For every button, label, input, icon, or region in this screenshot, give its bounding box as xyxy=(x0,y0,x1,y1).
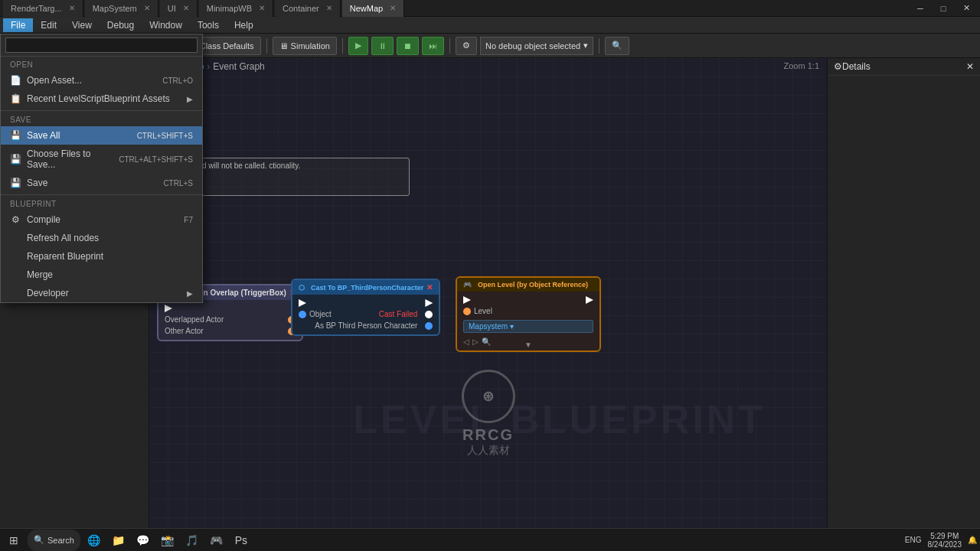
file-menu-search-container xyxy=(1,34,202,57)
fm-open-asset-label: Open Asset... xyxy=(27,75,82,86)
fm-save-all-icon: 💾 xyxy=(10,130,21,141)
fm-choose-files[interactable]: 💾 Choose Files to Save... CTRL+ALT+SHIFT… xyxy=(1,145,202,174)
fm-section-open: OPEN xyxy=(1,58,202,71)
fm-reparent[interactable]: Reparent Blueprint xyxy=(1,247,202,266)
fm-save[interactable]: 💾 Save CTRL+S xyxy=(1,174,202,192)
fm-open-asset[interactable]: 📄 Open Asset... CTRL+O xyxy=(1,71,202,90)
fm-save-label: Save xyxy=(27,178,47,188)
fm-compile-icon: ⚙ xyxy=(10,214,21,225)
fm-divider-2 xyxy=(1,194,202,195)
fm-merge-label: Merge xyxy=(27,269,53,280)
fm-refresh-label: Refresh All nodes xyxy=(27,233,99,243)
fm-save-all-label: Save All xyxy=(27,130,60,141)
fm-compile-label: Compile xyxy=(27,214,60,225)
fm-recent-icon: 📋 xyxy=(10,93,21,104)
fm-section-blueprint: BLUEPRINT xyxy=(1,197,202,210)
fm-choose-files-shortcut: CTRL+ALT+SHIFT+S xyxy=(119,155,193,164)
fm-merge[interactable]: Merge xyxy=(1,266,202,284)
file-menu-search[interactable] xyxy=(5,37,198,53)
fm-developer[interactable]: Developer ▶ xyxy=(1,284,202,302)
fm-divider-1 xyxy=(1,110,202,111)
file-menu: OPEN 📄 Open Asset... CTRL+O 📋 Recent Lev… xyxy=(0,34,203,303)
fm-choose-files-icon: 💾 xyxy=(10,154,21,165)
fm-developer-arrow: ▶ xyxy=(187,289,193,298)
fm-reparent-label: Reparent Blueprint xyxy=(27,251,103,262)
fm-recent-label: Recent LevelScriptBlueprint Assets xyxy=(27,93,170,104)
fm-choose-files-label: Choose Files to Save... xyxy=(27,148,119,170)
fm-open-asset-icon: 📄 xyxy=(10,75,21,86)
fm-recent-arrow: ▶ xyxy=(187,95,193,103)
fm-save-all[interactable]: 💾 Save All CTRL+SHIFT+S xyxy=(1,126,202,145)
fm-open-asset-shortcut: CTRL+O xyxy=(162,77,193,85)
fm-save-all-shortcut: CTRL+SHIFT+S xyxy=(137,132,193,140)
fm-compile[interactable]: ⚙ Compile F7 xyxy=(1,210,202,229)
fm-developer-label: Developer xyxy=(27,288,69,298)
fm-refresh-nodes[interactable]: Refresh All nodes xyxy=(1,229,202,247)
file-menu-overlay[interactable]: OPEN 📄 Open Asset... CTRL+O 📋 Recent Lev… xyxy=(0,0,980,551)
fm-recent-assets[interactable]: 📋 Recent LevelScriptBlueprint Assets ▶ xyxy=(1,90,202,108)
fm-section-save: SAVE xyxy=(1,113,202,126)
fm-save-icon: 💾 xyxy=(10,178,21,188)
fm-save-shortcut: CTRL+S xyxy=(163,179,193,187)
fm-compile-shortcut: F7 xyxy=(184,216,193,224)
